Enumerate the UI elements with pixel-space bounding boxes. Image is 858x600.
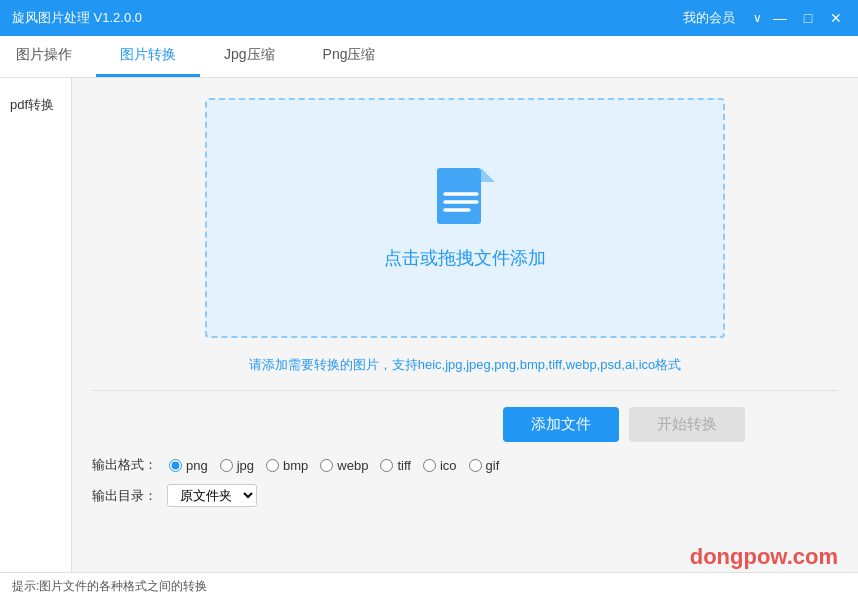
dir-row: 输出目录： 原文件夹 <box>92 484 838 507</box>
action-buttons: 添加文件 开始转换 <box>185 407 745 442</box>
format-option-ico[interactable]: ico <box>423 458 457 473</box>
title-bar: 旋风图片处理 V1.2.0.0 我的会员 ∨ — □ ✕ <box>0 0 858 36</box>
format-label: 输出格式： <box>92 456 157 474</box>
tab-img-convert[interactable]: 图片转换 <box>96 36 200 77</box>
start-convert-button[interactable]: 开始转换 <box>629 407 745 442</box>
tab-jpg-compress[interactable]: Jpg压缩 <box>200 36 299 77</box>
drop-zone[interactable]: 点击或拖拽文件添加 <box>205 98 725 338</box>
window-controls: 我的会员 ∨ — □ ✕ <box>683 8 846 28</box>
member-label[interactable]: 我的会员 <box>683 9 735 27</box>
format-radio-jpg[interactable] <box>220 459 233 472</box>
tab-png-compress[interactable]: Png压缩 <box>299 36 400 77</box>
format-radio-tiff[interactable] <box>380 459 393 472</box>
sidebar-item-pdf-convert[interactable]: pdf转换 <box>0 88 71 122</box>
output-dir-label: 输出目录： <box>92 487 157 505</box>
svg-marker-1 <box>481 168 495 182</box>
format-option-jpg[interactable]: jpg <box>220 458 254 473</box>
chevron-down-icon[interactable]: ∨ <box>753 11 762 25</box>
output-dir-select[interactable]: 原文件夹 <box>167 484 257 507</box>
format-option-tiff[interactable]: tiff <box>380 458 411 473</box>
format-row: 输出格式： png jpg bmp webp tiff <box>92 456 838 474</box>
format-radio-webp[interactable] <box>320 459 333 472</box>
app-title: 旋风图片处理 V1.2.0.0 <box>12 9 142 27</box>
status-bar: 提示:图片文件的各种格式之间的转换 <box>0 572 858 600</box>
maximize-button[interactable]: □ <box>798 8 818 28</box>
tab-bar: 图片操作 图片转换 Jpg压缩 Png压缩 <box>0 36 858 78</box>
format-option-png[interactable]: png <box>169 458 208 473</box>
document-icon <box>433 166 497 246</box>
minimize-button[interactable]: — <box>770 8 790 28</box>
status-text: 提示:图片文件的各种格式之间的转换 <box>12 578 207 595</box>
divider <box>92 390 838 391</box>
format-option-webp[interactable]: webp <box>320 458 368 473</box>
format-radio-bmp[interactable] <box>266 459 279 472</box>
add-file-button[interactable]: 添加文件 <box>503 407 619 442</box>
drop-zone-text: 点击或拖拽文件添加 <box>384 246 546 270</box>
tab-img-ops[interactable]: 图片操作 <box>0 36 96 77</box>
main-layout: pdf转换 点击或拖拽文件添加 请添加需要转换的图片，支持heic,jpg,jp… <box>0 78 858 600</box>
format-radio-gif[interactable] <box>469 459 482 472</box>
format-radio-ico[interactable] <box>423 459 436 472</box>
format-radio-png[interactable] <box>169 459 182 472</box>
close-button[interactable]: ✕ <box>826 8 846 28</box>
svg-rect-0 <box>437 168 481 224</box>
sidebar: pdf转换 <box>0 78 72 600</box>
format-option-gif[interactable]: gif <box>469 458 500 473</box>
info-text: 请添加需要转换的图片，支持heic,jpg,jpeg,png,bmp,tiff,… <box>92 356 838 374</box>
content-area: 点击或拖拽文件添加 请添加需要转换的图片，支持heic,jpg,jpeg,png… <box>72 78 858 600</box>
format-option-bmp[interactable]: bmp <box>266 458 308 473</box>
